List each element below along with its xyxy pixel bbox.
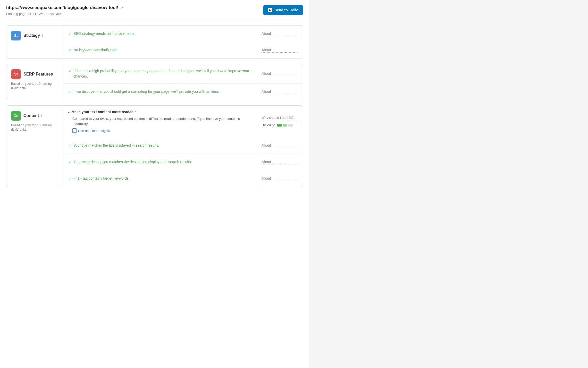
checkmark-icon: ✓ (68, 31, 71, 37)
difficulty-label: Difficulty: (262, 123, 275, 127)
about-link[interactable]: About (262, 71, 298, 76)
check-item: ✓Your meta description matches the descr… (68, 159, 251, 165)
check-item: ✓SEO strategy needs no improvements. (68, 31, 251, 37)
row-action-0-0: About (256, 26, 303, 42)
section-icon-strategy: St (11, 31, 21, 40)
checkmark-icon: ✓ (68, 176, 71, 181)
section-title-serp: SERP Features (23, 72, 53, 77)
bullet-dot-icon: • (68, 111, 70, 115)
section-title-content: Contentℹ (23, 113, 42, 118)
check-text-label: If we discover that you should get a sta… (73, 89, 219, 94)
difficulty-row: Difficulty: (262, 123, 298, 127)
section-label-serp: SfSERP FeaturesBased on your top 10-rank… (6, 64, 63, 100)
about-link[interactable]: About (262, 48, 298, 53)
info-icon[interactable]: ℹ (40, 114, 42, 118)
check-text-label: <h1> tag contains target keywords. (73, 176, 130, 181)
about-link[interactable]: About (262, 143, 298, 148)
page-header: https://www.seoquake.com/blog/google-dis… (6, 5, 303, 19)
section-subtitle-content: Based on your top 10-ranking rivals' dat… (11, 123, 58, 132)
table-row: •Make your text content more readable.Co… (63, 106, 303, 137)
about-link[interactable]: About (262, 89, 298, 94)
difficulty-bar-0 (277, 124, 282, 127)
checkmark-icon: ✓ (68, 160, 71, 165)
check-item: ✓<h1> tag contains target keywords. (68, 176, 251, 181)
check-text-label: Your meta description matches the descri… (73, 159, 192, 165)
table-row: ✓<h1> tag contains target keywords.About (63, 170, 303, 187)
row-action-2-3: About (256, 170, 303, 187)
checkmark-icon: ✓ (68, 89, 71, 95)
difficulty-bars (277, 124, 293, 127)
see-analysis-label: See detailed analysis (78, 129, 110, 133)
row-action-2-1: About (256, 137, 303, 154)
about-link[interactable]: About (262, 31, 298, 36)
send-trello-button[interactable]: Send to Trello (263, 5, 303, 15)
row-content-0-0: ✓SEO strategy needs no improvements. (63, 26, 256, 42)
check-text-label: If there is a high probability that your… (73, 68, 251, 79)
difficulty-bar-1 (283, 124, 287, 127)
section-label-strategy: StStrategyℹ (6, 26, 63, 58)
check-text-label: Your title matches the title displayed i… (73, 143, 159, 148)
section-serp: SfSERP FeaturesBased on your top 10-rank… (6, 64, 303, 100)
row-content-2-1: ✓Your title matches the title displayed … (63, 137, 256, 154)
row-action-2-0: Why should I do this?Difficulty: (256, 106, 303, 137)
check-text-label: No keyword cannibalization (73, 47, 117, 53)
url-text: https://www.seoquake.com/blog/google-dis… (6, 5, 118, 10)
difficulty-bar-2 (288, 124, 293, 127)
section-content: CoContentℹBased on your top 10-ranking r… (6, 105, 303, 187)
table-row: ✓If we discover that you should get a st… (63, 83, 303, 100)
bullet-item: •Make your text content more readable. (68, 110, 251, 115)
row-description: Compared to your rivals, your text-based… (68, 116, 251, 126)
row-action-1-1: About (256, 83, 303, 100)
trello-icon (268, 8, 272, 12)
check-item: ✓If there is a high probability that you… (68, 68, 251, 79)
checkmark-icon: ✓ (68, 48, 71, 53)
table-row: ✓If there is a high probability that you… (63, 64, 303, 83)
check-item: ✓Your title matches the title displayed … (68, 143, 251, 148)
row-action-1-0: About (256, 64, 303, 83)
row-action-2-2: About (256, 154, 303, 170)
document-icon (72, 128, 77, 133)
section-icon-serp: Sf (11, 69, 21, 79)
why-should-i-link[interactable]: Why should I do this? (262, 116, 298, 120)
row-content-1-0: ✓If there is a high probability that you… (63, 64, 256, 83)
section-title-strategy: Strategyℹ (23, 33, 43, 38)
table-row: ✓SEO strategy needs no improvements.Abou… (63, 26, 303, 42)
table-row: ✓No keyword cannibalizationAbout (63, 42, 303, 58)
section-label-content: CoContentℹBased on your top 10-ranking r… (6, 106, 63, 187)
page-url[interactable]: https://www.seoquake.com/blog/google-dis… (6, 5, 123, 10)
row-content-2-3: ✓<h1> tag contains target keywords. (63, 170, 256, 187)
table-row: ✓Your title matches the title displayed … (63, 137, 303, 154)
send-trello-label: Send to Trello (274, 8, 298, 12)
section-subtitle-serp: Based on your top 10-ranking rivals' dat… (11, 82, 58, 90)
sections-container: StStrategyℹ✓SEO strategy needs no improv… (6, 25, 303, 187)
row-content-2-2: ✓Your meta description matches the descr… (63, 154, 256, 170)
see-detailed-analysis-link[interactable]: See detailed analysis (68, 128, 251, 133)
section-icon-content: Co (11, 111, 21, 121)
info-icon[interactable]: ℹ (41, 34, 43, 38)
about-link[interactable]: About (262, 160, 298, 164)
table-row: ✓Your meta description matches the descr… (63, 154, 303, 170)
row-action-0-1: About (256, 42, 303, 58)
row-content-1-1: ✓If we discover that you should get a st… (63, 83, 256, 100)
page-subtitle: Landing page for 1 keyword: disavow (6, 12, 123, 16)
check-item: ✓No keyword cannibalization (68, 47, 251, 53)
row-content-0-1: ✓No keyword cannibalization (63, 42, 256, 58)
check-item: ✓If we discover that you should get a st… (68, 89, 251, 95)
checkmark-icon: ✓ (68, 143, 71, 148)
bullet-text-label: Make your text content more readable. (72, 110, 138, 114)
about-link[interactable]: About (262, 176, 298, 181)
section-strategy: StStrategyℹ✓SEO strategy needs no improv… (6, 25, 303, 59)
check-text-label: SEO strategy needs no improvements. (73, 31, 135, 36)
checkmark-icon: ✓ (68, 69, 71, 74)
external-link-icon[interactable]: ↗ (120, 6, 123, 10)
row-content-2-0: •Make your text content more readable.Co… (63, 106, 256, 137)
